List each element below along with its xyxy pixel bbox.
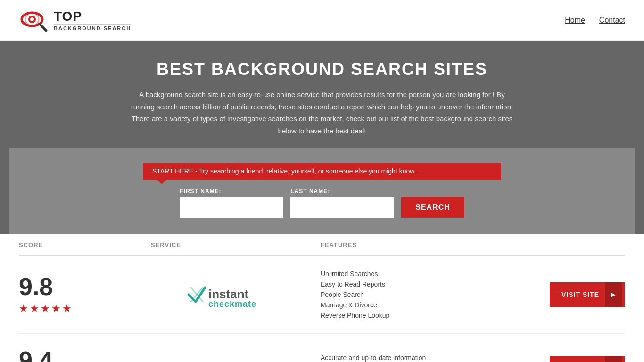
score-col-1: 9.8 ★ ★ ★ ★ ★ xyxy=(19,274,151,315)
features-col-1: Unlimited Searches Easy to Read Reports … xyxy=(321,270,540,319)
star-4: ★ xyxy=(51,303,61,315)
last-name-group: LAST NAME: xyxy=(290,188,394,218)
first-name-group: FIRST NAME: xyxy=(180,188,283,218)
logo: TOP BACKGROUND SEARCH xyxy=(19,7,131,33)
star-2: ★ xyxy=(30,303,39,315)
hero-title: BEST BACKGROUND SEARCH SITES xyxy=(9,59,635,79)
score-col-2: 9.4 ★ ★ ★ ★ ★ xyxy=(19,348,151,362)
star-1: ★ xyxy=(19,303,28,315)
logo-text: TOP BACKGROUND SEARCH xyxy=(54,9,131,31)
results-section: SCORE SERVICE FEATURES 9.8 ★ ★ ★ ★ ★ xyxy=(0,234,644,362)
feature-item: Reverse Phone Lookup xyxy=(321,312,540,319)
visit-site-button-2[interactable]: VISIT SITE ► xyxy=(550,356,625,362)
logo-top-text: TOP xyxy=(54,9,131,24)
last-name-input[interactable] xyxy=(290,197,394,218)
visit-arrow-icon: ► xyxy=(605,356,622,362)
first-name-input[interactable] xyxy=(180,197,283,218)
feature-item: Accurate and up-to-date information xyxy=(321,354,540,362)
checkmate-logo-svg: instant checkmate xyxy=(184,280,288,309)
visit-site-button-1[interactable]: VISIT SITE ► xyxy=(550,282,625,307)
hero-description: A background search site is an easy-to-u… xyxy=(129,89,515,137)
star-3: ★ xyxy=(41,303,50,315)
feature-item: Marriage & Divorce xyxy=(321,301,540,309)
hero-section: BEST BACKGROUND SEARCH SITES A backgroun… xyxy=(0,41,644,234)
table-row: 9.8 ★ ★ ★ ★ ★ instant checkm xyxy=(19,256,625,334)
svg-line-3 xyxy=(40,24,46,31)
feature-item: Unlimited Searches xyxy=(321,270,540,278)
svg-text:checkmate: checkmate xyxy=(208,299,256,309)
features-col-2: Accurate and up-to-date information Unli… xyxy=(321,354,540,362)
logo-sub-text: BACKGROUND SEARCH xyxy=(54,24,131,31)
nav-home[interactable]: Home xyxy=(565,16,585,25)
table-row: 9.4 ★ ★ ★ ★ ★ PeopleLooker Accurate and … xyxy=(19,334,625,362)
header: TOP BACKGROUND SEARCH Home Contact xyxy=(0,0,644,41)
visit-col-2: VISIT SITE ► xyxy=(540,356,625,362)
score-number-2: 9.4 xyxy=(19,348,53,362)
stars-1: ★ ★ ★ ★ ★ xyxy=(19,303,72,315)
logo-icon xyxy=(19,7,52,33)
search-box-wrapper: START HERE - Try searching a friend, rel… xyxy=(9,148,635,234)
feature-item: People Search xyxy=(321,291,540,298)
visit-col-1: VISIT SITE ► xyxy=(540,282,625,307)
service-col-1: instant checkmate xyxy=(151,280,321,309)
last-name-label: LAST NAME: xyxy=(290,188,330,195)
nav-contact[interactable]: Contact xyxy=(599,16,625,25)
checkmate-logo: instant checkmate xyxy=(184,280,288,309)
callout-container: START HERE - Try searching a friend, rel… xyxy=(28,163,616,180)
callout-bar: START HERE - Try searching a friend, rel… xyxy=(143,163,501,180)
search-button[interactable]: SEARCH xyxy=(401,197,464,218)
visit-label-1: VISIT SITE xyxy=(561,291,599,298)
col-service-label: SERVICE xyxy=(151,241,321,248)
first-name-label: FIRST NAME: xyxy=(180,188,221,195)
score-number-1: 9.8 xyxy=(19,274,53,299)
search-form: FIRST NAME: LAST NAME: SEARCH xyxy=(28,188,616,218)
col-features-label: FEATURES xyxy=(321,241,540,248)
results-header: SCORE SERVICE FEATURES xyxy=(19,234,625,256)
svg-point-2 xyxy=(30,17,34,21)
feature-item: Easy to Read Reports xyxy=(321,280,540,288)
visit-arrow-icon: ► xyxy=(605,282,622,307)
star-5: ★ xyxy=(62,303,72,315)
col-action-label xyxy=(540,241,625,248)
main-nav: Home Contact xyxy=(565,16,625,25)
col-score-label: SCORE xyxy=(19,241,151,248)
